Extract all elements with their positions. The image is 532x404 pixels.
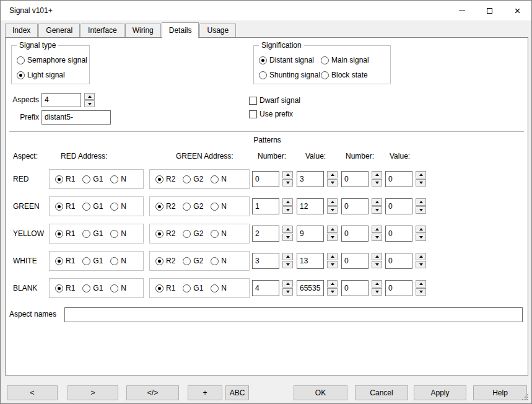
radio-block-state[interactable]: Block state [321,71,368,79]
spin-down-button[interactable] [372,261,382,268]
value-input[interactable]: 13 [297,253,324,269]
value-input[interactable]: 3 [297,171,324,187]
spin-down-button[interactable] [372,288,382,296]
radio-n[interactable]: N [211,284,227,292]
spin-down-button[interactable] [84,100,95,107]
spin-up-button[interactable] [282,171,293,178]
checkbox-use-prefix[interactable]: Use prefix [249,110,293,118]
radio-r2[interactable]: R2 [155,229,175,238]
spin-up-button[interactable] [327,280,338,288]
spin-up-button[interactable] [282,226,293,233]
abc-button[interactable]: ABC [225,385,249,400]
spin-up-button[interactable] [416,171,426,178]
spin-down-button[interactable] [327,234,338,241]
spin-up-button[interactable] [327,198,338,206]
number-input[interactable]: 3 [252,253,279,269]
radio-r2[interactable]: R2 [155,257,175,265]
ok-button[interactable]: OK [294,385,347,400]
radio-g2[interactable]: G2 [183,202,203,211]
spin-down-button[interactable] [372,179,382,187]
code-button[interactable]: </> [126,385,179,400]
value-input[interactable]: 0 [385,198,412,214]
radio-g2[interactable]: G2 [183,257,203,265]
resize-grip-icon[interactable] [527,399,528,400]
spin-up-button[interactable] [372,226,382,233]
radio-n[interactable]: N [110,257,126,265]
spin-down-button[interactable] [282,206,293,214]
cancel-button[interactable]: Cancel [355,385,408,400]
spin-down-button[interactable] [327,288,338,296]
spin-down-button[interactable] [327,261,338,268]
spin-up-button[interactable] [327,253,338,260]
aspect-names-input[interactable] [64,307,523,322]
radio-r2[interactable]: R2 [155,202,175,211]
spin-down-button[interactable] [372,234,382,241]
spin-up-button[interactable] [416,253,426,260]
help-button[interactable]: Help [473,385,527,400]
spin-up-button[interactable] [416,226,426,233]
radio-g1[interactable]: G1 [82,284,103,292]
number-input[interactable]: 4 [252,280,279,296]
spin-down-button[interactable] [282,288,293,296]
spin-up-button[interactable] [372,171,382,178]
number-input[interactable]: 0 [341,280,368,296]
radio-n[interactable]: N [110,284,126,292]
spin-up-button[interactable] [372,280,382,288]
tab-wiring[interactable]: Wiring [125,24,161,37]
checkbox-dwarf-signal[interactable]: Dwarf signal [249,96,300,105]
radio-g1[interactable]: G1 [82,257,103,265]
number-input[interactable]: 0 [341,171,368,187]
value-input[interactable]: 0 [385,226,412,242]
spin-up-button[interactable] [327,171,338,178]
radio-g2[interactable]: G2 [183,229,203,238]
tab-interface[interactable]: Interface [81,24,124,37]
tab-usage[interactable]: Usage [199,24,236,37]
radio-n[interactable]: N [211,229,227,238]
tab-general[interactable]: General [38,24,80,37]
tab-index[interactable]: Index [5,24,38,37]
radio-r2[interactable]: R2 [155,175,175,183]
radio-n[interactable]: N [110,202,126,211]
spin-down-button[interactable] [416,234,426,241]
number-input[interactable]: 0 [252,171,279,187]
radio-n[interactable]: N [110,175,126,183]
radio-n[interactable]: N [110,229,126,238]
radio-n[interactable]: N [211,257,227,265]
next-button[interactable]: > [68,385,118,400]
spin-up-button[interactable] [372,253,382,260]
radio-r1[interactable]: R1 [55,229,75,238]
number-input[interactable]: 0 [341,198,368,214]
number-input[interactable]: 1 [252,198,279,214]
radio-main-signal[interactable]: Main signal [321,56,369,64]
radio-g2[interactable]: G2 [183,175,203,183]
value-input[interactable]: 0 [385,171,412,187]
value-input[interactable]: 65535 [297,280,324,296]
plus-button[interactable]: + [188,385,222,400]
spin-down-button[interactable] [416,206,426,214]
spin-down-button[interactable] [282,179,293,187]
number-input[interactable]: 0 [341,253,368,269]
spin-down-button[interactable] [327,206,338,214]
radio-distant-signal[interactable]: Distant signal [259,56,314,64]
radio-shunting-signal[interactable]: Shunting signal [259,71,320,79]
prefix-input[interactable]: distant5- [41,110,111,125]
spin-down-button[interactable] [282,234,293,241]
aspects-input[interactable]: 4 [41,93,81,107]
prev-button[interactable]: < [7,385,58,400]
close-button[interactable]: × [504,1,531,20]
radio-g1[interactable]: G1 [82,175,103,183]
value-input[interactable]: 9 [297,226,324,242]
radio-r1[interactable]: R1 [55,175,75,183]
spin-down-button[interactable] [372,206,382,214]
radio-g1[interactable]: G1 [183,284,203,292]
minimize-button[interactable] [448,1,476,20]
spin-down-button[interactable] [416,179,426,187]
radio-light-signal[interactable]: Light signal [17,71,65,79]
radio-r1[interactable]: R1 [155,284,175,292]
radio-r1[interactable]: R1 [55,284,75,292]
radio-r1[interactable]: R1 [55,257,75,265]
spin-down-button[interactable] [416,288,426,296]
value-input[interactable]: 12 [297,198,324,214]
spin-up-button[interactable] [372,198,382,206]
tab-details[interactable]: Details [162,22,199,38]
